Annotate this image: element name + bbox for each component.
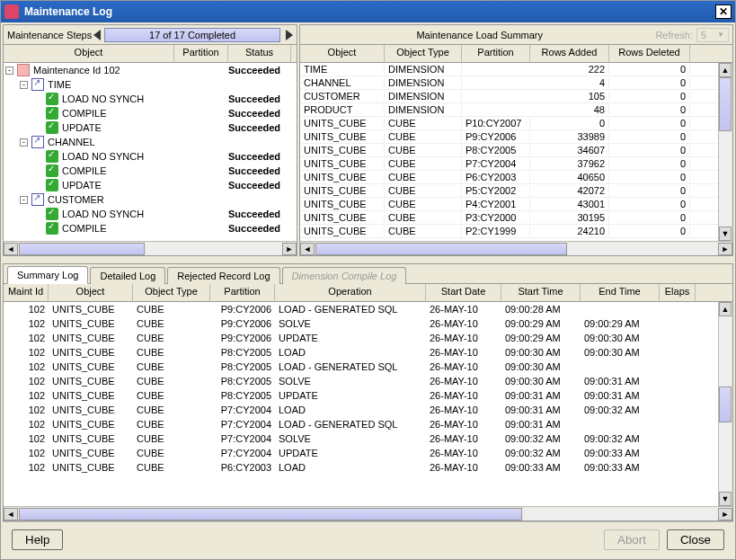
log-grid[interactable]: 102UNITS_CUBECUBEP9:CY2006 LOAD - GENERA…	[4, 302, 718, 506]
load-row[interactable]: PRODUCTDIMENSION480	[300, 103, 718, 117]
expander-icon[interactable]: -	[5, 67, 13, 75]
tree-label: UPDATE	[62, 122, 102, 133]
tab-summary-log[interactable]: Summary Log	[7, 266, 88, 284]
tree-row[interactable]: COMPILESucceeded	[4, 164, 297, 178]
load-row[interactable]: UNITS_CUBECUBEP8:CY2005346070	[300, 144, 718, 157]
load-col-partition[interactable]: Partition	[462, 45, 530, 62]
log-row[interactable]: 102UNITS_CUBECUBEP8:CY2005UPDATE26-MAY-1…	[4, 388, 718, 403]
expander-icon[interactable]: -	[20, 138, 28, 147]
log-row[interactable]: 102UNITS_CUBECUBEP8:CY2005SOLVE26-MAY-10…	[4, 374, 718, 388]
check-icon	[46, 150, 58, 163]
logcol-type[interactable]: Object Type	[133, 284, 210, 301]
step-next-icon[interactable]	[286, 30, 293, 40]
tree-row[interactable]: COMPILESucceeded	[4, 106, 297, 120]
load-row[interactable]: TIMEDIMENSION2220	[300, 63, 718, 76]
load-row[interactable]: CUSTOMERDIMENSION1050	[300, 90, 718, 103]
refresh-combo[interactable]: 5 ▼	[696, 28, 729, 42]
load-row[interactable]: UNITS_CUBECUBEP9:CY2006339890	[300, 130, 718, 144]
load-summary-grid[interactable]: TIMEDIMENSION2220CHANNELDIMENSION40CUSTO…	[300, 63, 718, 241]
log-vscroll[interactable]: ▲ ▼	[718, 302, 732, 506]
load-row[interactable]: CHANNELDIMENSION40	[300, 76, 718, 90]
tab-rejected-log[interactable]: Rejected Record Log	[167, 267, 279, 284]
tab-detailed-log[interactable]: Detailed Log	[90, 267, 165, 284]
col-object[interactable]: Object	[4, 45, 174, 62]
scroll-right-icon[interactable]: ►	[718, 508, 732, 520]
window-close-button[interactable]: ✕	[715, 4, 732, 19]
scroll-right-icon[interactable]: ►	[282, 243, 297, 255]
load-vscroll[interactable]: ▲ ▼	[718, 63, 732, 241]
log-row[interactable]: 102UNITS_CUBECUBEP9:CY2006 LOAD - GENERA…	[4, 302, 718, 316]
load-row[interactable]: UNITS_CUBECUBEP2:CY1999242100	[300, 225, 718, 238]
logcol-elaps[interactable]: Elaps	[660, 284, 696, 301]
scroll-thumb[interactable]	[19, 508, 522, 520]
scroll-up-icon[interactable]: ▲	[719, 63, 732, 77]
tree-row[interactable]: UPDATESucceeded	[4, 178, 297, 192]
step-prev-icon[interactable]	[93, 30, 101, 40]
scroll-thumb[interactable]	[315, 243, 567, 255]
window-title: Maintenance Log	[24, 5, 112, 18]
steps-hscroll[interactable]: ◄ ►	[4, 241, 297, 255]
scroll-left-icon[interactable]: ◄	[4, 508, 18, 520]
tree-row[interactable]: UPDATESucceeded	[4, 120, 297, 135]
load-col-added[interactable]: Rows Added	[530, 45, 609, 62]
load-col-type[interactable]: Object Type	[385, 45, 462, 62]
logcol-operation[interactable]: Operation	[275, 284, 426, 301]
tree-row[interactable]: LOAD NO SYNCHSucceeded	[4, 92, 297, 106]
expander-icon[interactable]: -	[20, 196, 28, 204]
load-row[interactable]: UNITS_CUBECUBEP4:CY2001430010	[300, 198, 718, 211]
scroll-up-icon[interactable]: ▲	[719, 302, 732, 316]
log-row[interactable]: 102UNITS_CUBECUBEP8:CY2005LOAD26-MAY-100…	[4, 345, 718, 360]
load-row[interactable]: UNITS_CUBECUBEP10:CY200700	[300, 117, 718, 130]
scroll-thumb[interactable]	[19, 243, 145, 255]
log-row[interactable]: 102UNITS_CUBECUBEP7:CY2004UPDATE26-MAY-1…	[4, 446, 718, 460]
load-row[interactable]: UNITS_CUBECUBEP5:CY2002420720	[300, 184, 718, 198]
steps-tree[interactable]: -Maintenance Id 102Succeeded-TIMELOAD NO…	[4, 63, 297, 241]
scroll-vthumb[interactable]	[719, 387, 732, 422]
steps-label: Maintenance Steps	[7, 30, 92, 40]
tree-row[interactable]: -Maintenance Id 102Succeeded	[4, 63, 297, 77]
tab-dimension-compile-log: Dimension Compile Log	[282, 267, 407, 284]
log-row[interactable]: 102UNITS_CUBECUBEP9:CY2006SOLVE26-MAY-10…	[4, 316, 718, 331]
load-row[interactable]: UNITS_CUBECUBEP7:CY2004379620	[300, 157, 718, 171]
tree-row[interactable]: COMPILESucceeded	[4, 221, 297, 236]
log-row[interactable]: 102UNITS_CUBECUBEP6:CY2003LOAD26-MAY-100…	[4, 460, 718, 475]
tree-row[interactable]: -TIME	[4, 77, 297, 92]
logcol-end-time[interactable]: End Time	[581, 284, 660, 301]
tree-row[interactable]: -CUSTOMER	[4, 192, 297, 207]
log-hscroll[interactable]: ◄ ►	[4, 506, 732, 520]
logcol-start-date[interactable]: Start Date	[426, 284, 501, 301]
load-hscroll[interactable]: ◄ ►	[300, 241, 732, 255]
scroll-vthumb[interactable]	[719, 77, 732, 131]
status-cell: Succeeded	[228, 93, 291, 104]
scroll-right-icon[interactable]: ►	[718, 243, 732, 255]
logcol-start-time[interactable]: Start Time	[501, 284, 581, 301]
status-cell: Succeeded	[228, 165, 291, 176]
tree-row[interactable]: LOAD NO SYNCHSucceeded	[4, 207, 297, 221]
logcol-object[interactable]: Object	[49, 284, 133, 301]
help-button[interactable]: Help	[12, 529, 63, 550]
close-button[interactable]: Close	[667, 529, 724, 550]
scroll-down-icon[interactable]: ▼	[719, 492, 732, 506]
log-row[interactable]: 102UNITS_CUBECUBEP8:CY2005 LOAD - GENERA…	[4, 360, 718, 374]
load-summary-title: Maintenance Load Summary	[304, 30, 655, 40]
logcol-maint-id[interactable]: Maint Id	[4, 284, 49, 301]
load-row[interactable]: UNITS_CUBECUBEP3:CY2000301950	[300, 211, 718, 225]
log-row[interactable]: 102UNITS_CUBECUBEP7:CY2004SOLVE26-MAY-10…	[4, 431, 718, 446]
load-col-object[interactable]: Object	[300, 45, 385, 62]
logcol-partition[interactable]: Partition	[210, 284, 275, 301]
tree-row[interactable]: LOAD NO SYNCHSucceeded	[4, 149, 297, 164]
log-row[interactable]: 102UNITS_CUBECUBEP7:CY2004 LOAD - GENERA…	[4, 417, 718, 431]
load-row[interactable]: UNITS_CUBECUBEP6:CY2003406500	[300, 171, 718, 184]
col-status[interactable]: Status	[228, 45, 291, 62]
log-row[interactable]: 102UNITS_CUBECUBEP9:CY2006UPDATE26-MAY-1…	[4, 331, 718, 345]
log-row[interactable]: 102UNITS_CUBECUBEP7:CY2004LOAD26-MAY-100…	[4, 403, 718, 417]
scroll-down-icon[interactable]: ▼	[719, 227, 732, 241]
tree-row[interactable]: -CHANNEL	[4, 135, 297, 149]
abort-button: Abort	[604, 529, 660, 550]
expander-icon[interactable]: -	[20, 81, 28, 89]
col-partition[interactable]: Partition	[174, 45, 228, 62]
scroll-left-icon[interactable]: ◄	[300, 243, 315, 255]
status-cell: Succeeded	[228, 209, 291, 219]
scroll-left-icon[interactable]: ◄	[4, 243, 18, 255]
load-col-deleted[interactable]: Rows Deleted	[609, 45, 690, 62]
